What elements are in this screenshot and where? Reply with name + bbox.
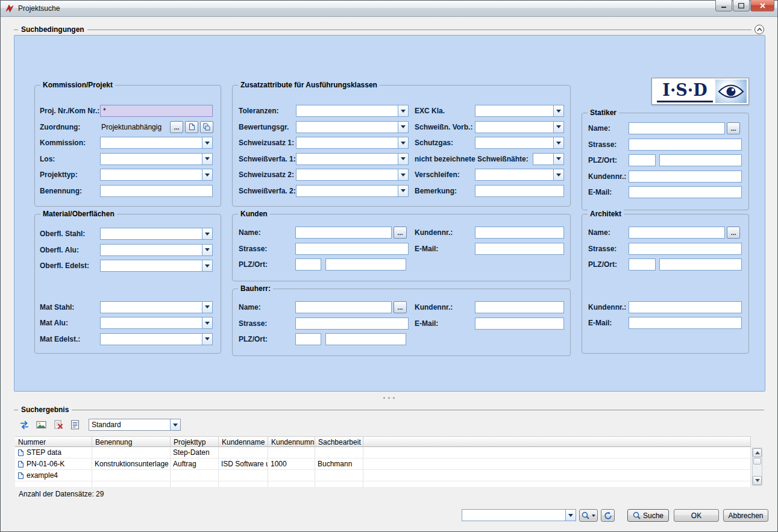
projekttyp-select[interactable] bbox=[100, 169, 213, 181]
statiker-kundennr-input[interactable] bbox=[629, 171, 742, 183]
bauherr-strasse-input[interactable] bbox=[295, 318, 409, 330]
bewertungsgr-select[interactable] bbox=[296, 121, 409, 133]
saved-search-select[interactable] bbox=[462, 509, 576, 521]
maximize-button[interactable] bbox=[733, 0, 750, 11]
schutzgas-select[interactable] bbox=[475, 137, 564, 149]
scroll-up-button[interactable] bbox=[753, 448, 762, 457]
scrollbar-thumb[interactable] bbox=[753, 458, 761, 465]
bemerkung-input[interactable] bbox=[475, 185, 564, 197]
statiker-email-input[interactable] bbox=[629, 186, 742, 198]
schweissnaehte-select[interactable] bbox=[533, 153, 564, 165]
oberfl-edelst-select[interactable] bbox=[100, 260, 213, 272]
cell-benennung bbox=[92, 447, 171, 458]
bauherr-kundennr-input[interactable] bbox=[475, 301, 564, 313]
suche-button[interactable]: Suche bbox=[627, 509, 669, 522]
kommission-row: Kommission: bbox=[35, 137, 221, 149]
kommission-select[interactable] bbox=[100, 137, 213, 149]
chevron-down-icon bbox=[565, 510, 576, 521]
schweizusatz1-select[interactable] bbox=[296, 137, 409, 149]
statiker-browse-button[interactable]: ... bbox=[727, 122, 740, 134]
kunden-email-input[interactable] bbox=[475, 243, 564, 255]
kunden-ort-input[interactable] bbox=[325, 258, 406, 271]
chevron-down-icon bbox=[202, 318, 212, 328]
titlebar[interactable]: Projektsuche bbox=[1, 1, 777, 17]
kunden-strasse-input[interactable] bbox=[295, 243, 409, 255]
scroll-down-button[interactable] bbox=[753, 476, 762, 485]
chevron-down-icon bbox=[202, 154, 212, 164]
exc-kla-select[interactable] bbox=[475, 105, 564, 117]
mat-stahl-select[interactable] bbox=[100, 301, 213, 313]
table-row[interactable]: example4 bbox=[15, 470, 751, 481]
column-header-kundenname[interactable]: Kundenname bbox=[219, 436, 268, 447]
table-row[interactable]: STEP data Step-Daten bbox=[15, 447, 751, 458]
bauherr-name-input[interactable] bbox=[295, 301, 392, 313]
splitter-handle[interactable] bbox=[1, 395, 777, 400]
schweissn-vorb-select[interactable] bbox=[475, 121, 564, 133]
column-header-sachbearbeiter[interactable]: Sachbearbeit bbox=[315, 436, 363, 447]
statiker-ort-input[interactable] bbox=[659, 154, 742, 166]
oberfl-stahl-select[interactable] bbox=[100, 228, 213, 240]
cell-sachbearbeiter bbox=[315, 447, 363, 458]
scrollbar-track[interactable] bbox=[753, 465, 762, 476]
architekt-email-input[interactable] bbox=[629, 317, 742, 329]
column-header-benennung[interactable]: Benennung bbox=[92, 436, 171, 447]
bauherr-plz-label: PLZ/Ort: bbox=[233, 335, 295, 343]
kunden-kundennr-input[interactable] bbox=[475, 227, 564, 239]
bauherr-ort-input[interactable] bbox=[325, 333, 406, 345]
zuordnung-document-button[interactable] bbox=[185, 121, 198, 133]
schweissverfa1-select[interactable] bbox=[296, 153, 409, 165]
mat-alu-label: Mat Alu: bbox=[35, 319, 100, 327]
column-header-kundennummer[interactable]: Kundennumn bbox=[268, 436, 315, 447]
chevron-down-icon bbox=[170, 419, 180, 430]
statiker-strasse-input[interactable] bbox=[629, 139, 742, 151]
zuordnung-browse-button[interactable]: ... bbox=[170, 121, 183, 133]
architekt-plz-input[interactable] bbox=[629, 258, 656, 271]
delete-result-button[interactable] bbox=[51, 418, 65, 431]
mat-alu-select[interactable] bbox=[100, 317, 213, 329]
kunden-plz-input[interactable] bbox=[295, 258, 321, 271]
bauherr-email-input[interactable] bbox=[475, 318, 564, 330]
column-header-projekttyp[interactable]: Projekttyp bbox=[171, 436, 219, 447]
ok-button[interactable]: OK bbox=[674, 509, 719, 522]
search-options-button[interactable] bbox=[579, 509, 598, 522]
abbrechen-button[interactable]: Abbrechen bbox=[723, 509, 768, 522]
verschleifen-select[interactable] bbox=[475, 169, 564, 181]
mat-edelst-select[interactable] bbox=[100, 333, 213, 345]
apply-results-button[interactable] bbox=[17, 418, 31, 431]
fieldset-legend: Material/Oberflächen bbox=[40, 210, 117, 218]
fieldset-legend: Zusatzattribute für Ausführungsklassen bbox=[238, 81, 380, 89]
statiker-name-input[interactable] bbox=[629, 122, 725, 134]
zuordnung-value: Projektunabhängig bbox=[100, 123, 168, 131]
kunden-browse-button[interactable]: ... bbox=[394, 227, 407, 239]
los-select[interactable] bbox=[100, 153, 213, 165]
architekt-kundennr-input[interactable] bbox=[629, 301, 742, 313]
schweizusatz2-select[interactable] bbox=[296, 169, 409, 181]
proj-nr-input[interactable] bbox=[100, 105, 213, 117]
minimize-button[interactable] bbox=[715, 0, 732, 11]
collapse-suchbedingungen-button[interactable] bbox=[754, 25, 764, 34]
results-scrollbar[interactable] bbox=[752, 448, 762, 486]
results-header-row: Nummer Benennung Projekttyp Kundenname K… bbox=[15, 436, 751, 447]
architekt-browse-button[interactable]: ... bbox=[727, 227, 740, 239]
toleranzen-select[interactable] bbox=[296, 105, 409, 117]
architekt-ort-input[interactable] bbox=[659, 258, 742, 271]
kunden-strasse-label: Strasse: bbox=[233, 245, 295, 253]
statiker-plz-input[interactable] bbox=[629, 154, 656, 166]
architekt-name-label: Name: bbox=[582, 228, 629, 237]
bauherr-plz-input[interactable] bbox=[295, 333, 321, 345]
close-button[interactable] bbox=[750, 0, 774, 11]
result-layout-select[interactable]: Standard bbox=[89, 419, 181, 431]
zuordnung-documents-button[interactable] bbox=[200, 121, 213, 133]
architekt-strasse-input[interactable] bbox=[629, 243, 742, 255]
column-header-nummer[interactable]: Nummer bbox=[15, 436, 92, 447]
kunden-name-input[interactable] bbox=[295, 227, 392, 239]
benennung-input[interactable] bbox=[100, 185, 213, 197]
schweissverfa2-select[interactable] bbox=[296, 185, 409, 197]
refresh-button[interactable] bbox=[601, 509, 615, 522]
table-row[interactable]: PN-01-06-K Konstruktionsunterlage Auftra… bbox=[15, 458, 751, 470]
oberfl-alu-select[interactable] bbox=[100, 244, 213, 256]
report-button[interactable] bbox=[68, 418, 82, 431]
preview-button[interactable] bbox=[34, 418, 48, 431]
architekt-name-input[interactable] bbox=[629, 227, 725, 239]
bauherr-browse-button[interactable]: ... bbox=[394, 301, 407, 313]
